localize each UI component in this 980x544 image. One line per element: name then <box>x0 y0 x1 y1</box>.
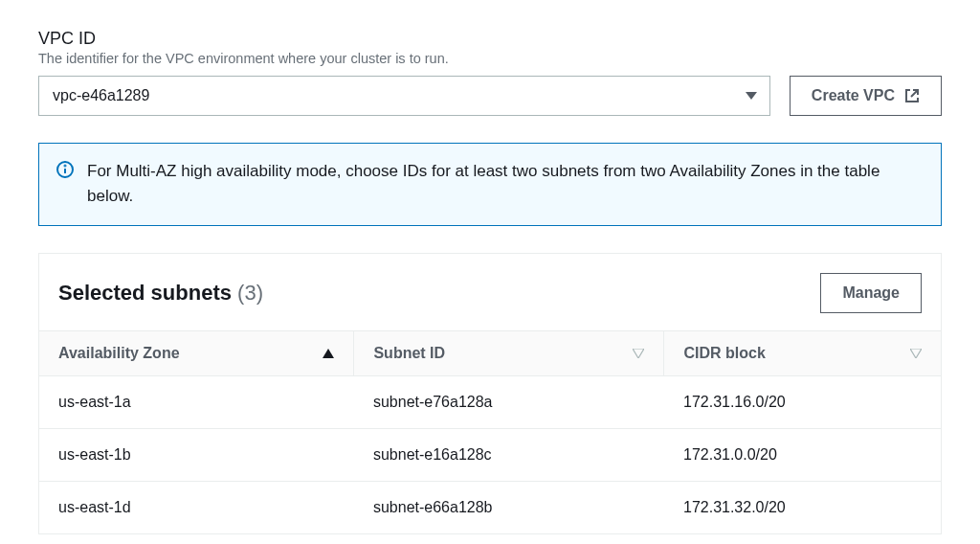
cell-subnet-id: subnet-e16a128c <box>354 429 664 482</box>
table-row: us-east-1a subnet-e76a128a 172.31.16.0/2… <box>39 376 941 429</box>
svg-marker-0 <box>746 92 757 100</box>
svg-marker-6 <box>910 349 922 358</box>
multi-az-info: For Multi-AZ high availability mode, cho… <box>38 143 942 226</box>
col-subnet-id-label: Subnet ID <box>373 345 445 361</box>
selected-subnets-title-text: Selected subnets <box>58 281 232 305</box>
svg-point-3 <box>65 166 66 167</box>
cell-subnet-id: subnet-e76a128a <box>354 376 664 429</box>
col-availability-zone[interactable]: Availability Zone <box>39 331 354 376</box>
cell-az: us-east-1b <box>39 429 354 482</box>
create-vpc-button-label: Create VPC <box>812 87 895 104</box>
cell-subnet-id: subnet-e66a128b <box>354 482 664 534</box>
selected-subnets-panel: Selected subnets (3) Manage Availability… <box>38 253 942 534</box>
multi-az-info-text: For Multi-AZ high availability mode, cho… <box>87 159 924 208</box>
sort-none-icon <box>633 349 644 358</box>
manage-subnets-button-label: Manage <box>842 284 900 302</box>
col-cidr-block-label: CIDR block <box>683 345 765 361</box>
sort-asc-icon <box>323 349 334 358</box>
manage-subnets-button[interactable]: Manage <box>820 273 922 313</box>
svg-marker-4 <box>323 349 334 358</box>
cell-cidr: 172.31.0.0/20 <box>664 429 941 482</box>
sort-none-icon <box>910 349 922 358</box>
info-icon <box>56 161 74 208</box>
col-availability-zone-label: Availability Zone <box>58 345 180 361</box>
svg-marker-5 <box>633 349 644 358</box>
selected-subnets-count: (3) <box>237 281 263 305</box>
vpc-id-help: The identifier for the VPC environment w… <box>38 51 942 66</box>
col-subnet-id[interactable]: Subnet ID <box>354 331 664 376</box>
caret-down-icon <box>746 92 757 100</box>
external-link-icon <box>904 88 920 103</box>
table-row: us-east-1b subnet-e16a128c 172.31.0.0/20 <box>39 429 941 482</box>
table-row: us-east-1d subnet-e66a128b 172.31.32.0/2… <box>39 482 941 534</box>
cell-az: us-east-1a <box>39 376 354 429</box>
cell-az: us-east-1d <box>39 482 354 534</box>
vpc-id-select[interactable]: vpc-e46a1289 <box>38 76 770 116</box>
cell-cidr: 172.31.32.0/20 <box>664 482 941 534</box>
create-vpc-button[interactable]: Create VPC <box>790 76 942 116</box>
selected-subnets-title: Selected subnets (3) <box>58 281 263 306</box>
col-cidr-block[interactable]: CIDR block <box>664 331 941 376</box>
vpc-id-label: VPC ID <box>38 29 942 49</box>
cell-cidr: 172.31.16.0/20 <box>664 376 941 429</box>
vpc-id-select-value: vpc-e46a1289 <box>53 87 149 104</box>
subnets-table: Availability Zone Subnet ID CIDR block <box>39 330 941 533</box>
